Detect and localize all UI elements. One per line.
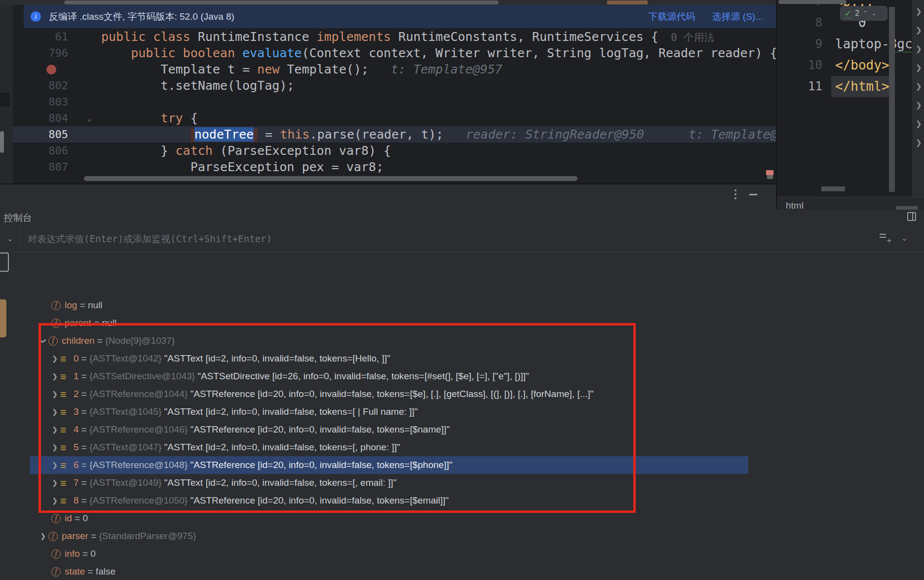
variable-row[interactable]: ❯≡1 = {ASTSetDirective@1043} "ASTSetDire…: [0, 367, 924, 385]
fold-chevron-icon[interactable]: ❯: [916, 82, 922, 91]
variable-row[interactable]: finfo = 0: [0, 545, 924, 563]
fold-chevron-icon[interactable]: ❯: [916, 44, 922, 53]
code-token: [101, 46, 131, 60]
variable-row[interactable]: ❯≡7 = {ASTText@1049} "ASTText [id=2, inf…: [0, 474, 924, 492]
next-problem-icon[interactable]: ⌄: [871, 10, 876, 17]
code-token: nodeTree: [194, 127, 254, 142]
expand-chevron-icon[interactable]: ❯: [49, 355, 60, 362]
fold-chevron-icon[interactable]: ❯: [916, 63, 922, 72]
equals-sign: =: [85, 566, 96, 577]
left-tool-stripe: [0, 5, 13, 183]
fold-chevron-icon[interactable]: ❯: [916, 119, 922, 128]
code-token: reader: StringReader@950: [443, 127, 644, 142]
code-token: [101, 111, 160, 125]
code-token: {: [191, 111, 198, 125]
variable-string-value: "ASTText [id=2, info=0, invalid=false, t…: [161, 406, 418, 417]
code-line[interactable]: 803: [0, 94, 776, 110]
variable-string-value: "ASTText [id=2, info=0, invalid=false, t…: [161, 477, 396, 488]
code-line[interactable]: 806 } catch (ParseException var8) {: [0, 143, 776, 159]
choose-sources-link[interactable]: 选择源 (S)...: [712, 10, 763, 23]
expand-chevron-icon[interactable]: ❯: [49, 426, 60, 434]
add-watch-icon[interactable]: +: [880, 232, 891, 244]
fold-chevron-icon[interactable]: ❯: [916, 26, 922, 35]
equals-sign: =: [77, 300, 88, 311]
history-chevron-icon[interactable]: ⌄: [901, 234, 908, 243]
code-text: nodeTree = this.parse(reader, t); reader…: [101, 126, 776, 143]
fold-chevron-icon[interactable]: ❯: [916, 138, 922, 147]
expand-evaluate-icon[interactable]: ⌄: [0, 226, 21, 252]
variable-row[interactable]: ❯≡5 = {ASTText@1047} "ASTText [id=2, inf…: [0, 438, 924, 456]
preview-vscrollbar-thumb[interactable]: [889, 7, 895, 192]
code-text: laptop-8gc: [835, 34, 912, 55]
fold-chevron-icon[interactable]: ❯: [916, 7, 922, 16]
expand-chevron-icon[interactable]: ❯: [49, 443, 60, 451]
variable-row[interactable]: ❯≡4 = {ASTReference@1046} "ASTReference …: [0, 421, 924, 438]
expand-chevron-icon[interactable]: ❯: [49, 479, 60, 487]
expand-chevron-icon[interactable]: ❯: [49, 372, 60, 380]
main-editor-top-scrollbar-thumb[interactable]: [64, 0, 499, 4]
code-token: public class: [101, 30, 198, 44]
variable-type-ref: {ASTText@1045}: [89, 406, 161, 417]
expand-chevron-icon[interactable]: ❯: [49, 390, 60, 398]
field-icon: f: [51, 514, 61, 523]
code-text: </html>: [831, 76, 893, 97]
left-scrollbar-thumb[interactable]: [0, 131, 4, 153]
variable-row[interactable]: ❯≡6 = {ASTReference@1048} "ASTReference …: [0, 456, 924, 474]
code-line[interactable]: 805 nodeTree = this.parse(reader, t); re…: [0, 126, 776, 143]
evaluate-expression-bar[interactable]: ⌄ 对表达式求值(Enter)或添加监视(Ctrl+Shift+Enter) +…: [0, 226, 924, 252]
code-token: (Context context, Writer writer, String …: [302, 46, 776, 60]
fold-chevron-icon[interactable]: ❯: [916, 101, 922, 109]
code-line[interactable]: 804⌄ try {: [0, 110, 776, 126]
field-icon: f: [51, 301, 61, 310]
expand-chevron-icon[interactable]: ❯: [49, 461, 60, 469]
preview-hscrollbar-thumb[interactable]: [821, 186, 845, 191]
download-sources-link[interactable]: 下载源代码: [649, 10, 695, 23]
prev-problem-icon[interactable]: ⌃: [863, 10, 868, 17]
code-token: ParseException pex = var8;: [191, 160, 384, 174]
variable-name: 3: [74, 406, 79, 417]
main-editor-hscrollbar-thumb[interactable]: [84, 176, 578, 181]
expand-chevron-icon[interactable]: ❯: [38, 532, 48, 540]
code-line[interactable]: 61public class RuntimeInstance implement…: [0, 29, 776, 45]
code-token: }: [160, 144, 175, 158]
variable-row[interactable]: ❯fchildren = {Node[9]@1037}: [0, 332, 924, 350]
equals-sign: =: [79, 442, 90, 453]
code-text: t.setName(logTag);: [101, 77, 294, 94]
equals-sign: =: [79, 424, 90, 435]
more-options-icon[interactable]: [734, 189, 736, 201]
variable-row[interactable]: ❯≡0 = {ASTText@1042} "ASTText [id=2, inf…: [0, 350, 924, 367]
line-number: 11: [777, 76, 822, 97]
line-number: 10: [777, 55, 822, 76]
code-text: ParseException pex = var8;: [101, 159, 384, 175]
variable-row[interactable]: fid = 0: [0, 509, 924, 527]
code-line[interactable]: 796 public boolean evaluate(Context cont…: [0, 45, 776, 61]
code-text: Template t = new Template(); t: Template…: [101, 61, 502, 77]
code-token: [101, 127, 191, 142]
variable-row[interactable]: ❯≡3 = {ASTText@1045} "ASTText [id=2, inf…: [0, 403, 924, 421]
fold-chevron-icon[interactable]: ⌄: [87, 110, 92, 126]
variable-value: 0: [90, 548, 96, 559]
code-line[interactable]: Template t = new Template(); t: Template…: [0, 61, 776, 77]
variable-row[interactable]: ❯≡2 = {ASTReference@1044} "ASTReference …: [0, 385, 924, 403]
variable-row[interactable]: ❯fparser = {StandardParser@975}: [0, 527, 924, 545]
code-line[interactable]: 802 t.setName(logTag);: [0, 77, 776, 94]
main-code-editor[interactable]: 61public class RuntimeInstance implement…: [0, 28, 776, 183]
variable-row[interactable]: ❯≡8 = {ASTReference@1050} "ASTReference …: [0, 492, 924, 509]
expand-chevron-icon[interactable]: ❯: [49, 497, 60, 505]
code-text: public class RuntimeInstance implements …: [101, 29, 714, 46]
breakpoint-icon[interactable]: [46, 65, 56, 74]
code-token: Template();: [287, 62, 369, 76]
collapse-chevron-icon[interactable]: ❯: [39, 335, 47, 346]
preview-top-scrollbar-thumb[interactable]: [778, 0, 847, 4]
expand-chevron-icon[interactable]: ❯: [49, 408, 60, 416]
expression-input[interactable]: 对表达式求值(Enter)或添加监视(Ctrl+Shift+Enter): [28, 233, 272, 246]
minimize-icon[interactable]: [749, 194, 757, 195]
variable-name: 8: [74, 495, 79, 506]
tab-console[interactable]: 控制台: [4, 212, 32, 224]
variable-row[interactable]: fparent = null: [0, 314, 924, 332]
inspection-widget[interactable]: ✓ 2 ⌃ ⌄: [840, 6, 887, 21]
code-line[interactable]: 807 ParseException pex = var8;: [0, 159, 776, 175]
variable-row[interactable]: flog = null: [0, 296, 924, 314]
variable-row[interactable]: fstate = false: [0, 563, 924, 580]
layout-settings-icon[interactable]: [907, 212, 916, 221]
